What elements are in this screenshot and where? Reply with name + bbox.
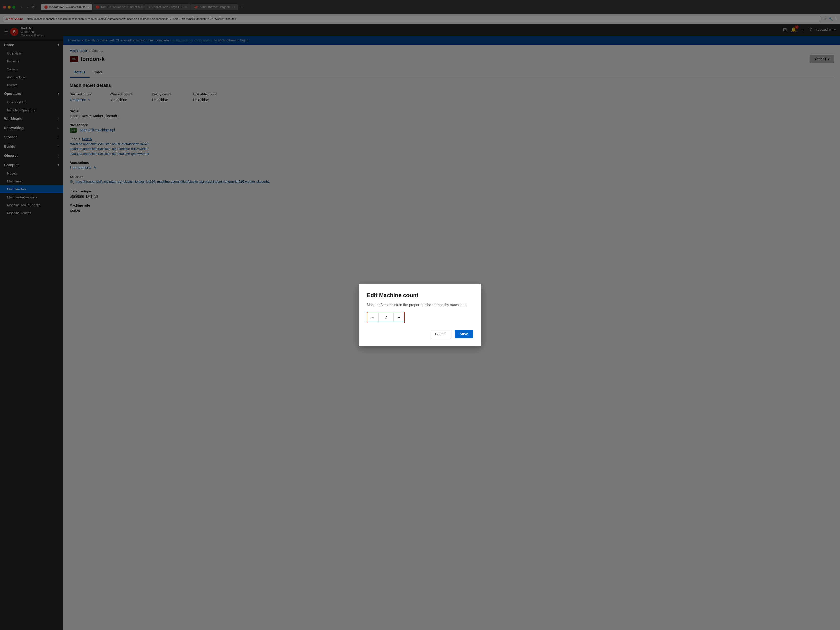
modal-description: MachineSets maintain the proper number o… — [367, 303, 473, 307]
decrement-button[interactable]: − — [367, 312, 378, 323]
counter-box: − 2 + — [367, 312, 405, 323]
main-content: ⊞ 🔔5 ＋ ? kube:admin ▾ There is no identi… — [63, 24, 840, 630]
save-button[interactable]: Save — [455, 329, 473, 338]
modal-actions: Cancel Save — [367, 329, 473, 338]
modal-title: Edit Machine count — [367, 292, 473, 299]
app-container: ☰ R Red Hat OpenShift Container Platform… — [0, 24, 840, 630]
cancel-button[interactable]: Cancel — [430, 329, 452, 338]
edit-machine-count-modal: Edit Machine count MachineSets maintain … — [358, 284, 482, 347]
modal-overlay: Edit Machine count MachineSets maintain … — [63, 24, 840, 630]
counter-value: 2 — [378, 313, 394, 323]
increment-button[interactable]: + — [394, 312, 405, 323]
